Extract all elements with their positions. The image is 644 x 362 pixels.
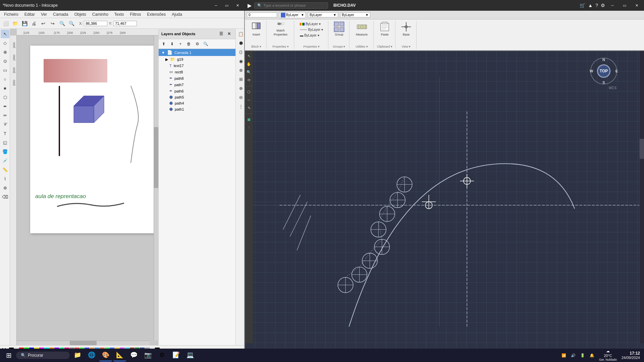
layers-menu-btn[interactable]: ☰ xyxy=(217,30,225,38)
ac-restore-btn[interactable]: ▭ xyxy=(620,2,629,9)
undo-btn[interactable]: ↩ xyxy=(39,19,48,28)
layer-path1[interactable]: path1 xyxy=(167,106,235,112)
layer-path8[interactable]: ✒ path8 xyxy=(167,75,235,81)
taskbar-autocad-app[interactable]: 📐 xyxy=(113,349,126,361)
measure-tool[interactable]: 📏 xyxy=(1,165,9,174)
coord-x-input[interactable] xyxy=(84,21,107,26)
bylayer-lineweight-btn[interactable]: ▬ ByLayer ▾ xyxy=(298,33,325,38)
taskbar-vscode[interactable]: 💻 xyxy=(184,349,197,361)
text-tool[interactable]: T xyxy=(1,129,9,138)
layers-down-btn[interactable]: ⬇ xyxy=(168,40,176,48)
pen-tool[interactable]: ✒ xyxy=(1,102,9,111)
ac-settings-icon[interactable]: ⚙ xyxy=(601,3,605,8)
layers-close-btn[interactable]: ✕ xyxy=(225,30,233,38)
match-properties-btn[interactable]: Match Properties xyxy=(273,21,288,36)
inkscape-restore-btn[interactable]: ▭ xyxy=(222,2,231,9)
ac-help-icon[interactable]: ? xyxy=(595,3,598,8)
tray-volume[interactable]: 🔊 xyxy=(570,353,577,358)
menu-editar[interactable]: Editar xyxy=(22,11,38,17)
tray-notifications[interactable]: 🔔 xyxy=(588,353,596,358)
base-btn[interactable]: Base xyxy=(399,21,414,36)
ac-color-btn[interactable]: ■ xyxy=(245,116,253,123)
start-button[interactable]: ⊞ xyxy=(3,349,15,361)
weather-widget[interactable]: ☁ 20°C Ger. Nublado xyxy=(598,348,618,362)
clock-display[interactable]: 17:12 24/09/2024 xyxy=(620,350,641,360)
eyedropper-tool[interactable]: 💉 xyxy=(1,156,9,165)
menu-camada[interactable]: Camada xyxy=(50,11,71,17)
3d-box-tool[interactable]: ⬡ xyxy=(1,93,9,102)
taskbar-inkscape-app[interactable]: 🎨 xyxy=(99,349,112,361)
ac-select-btn[interactable]: ↖ xyxy=(245,52,253,60)
open-btn[interactable]: 📁 xyxy=(11,19,19,28)
layer-path6[interactable]: ✒ path6 xyxy=(167,88,235,94)
menu-filtros[interactable]: Filtros xyxy=(127,11,144,17)
rt-xml-btn[interactable]: ⟨⟩ xyxy=(236,48,244,56)
rt-more-btn[interactable]: ⋮ xyxy=(236,102,244,111)
bylayer-color-btn[interactable]: ByLayer ▾ xyxy=(298,21,325,26)
spray-tool[interactable]: ⊛ xyxy=(1,183,9,192)
autocad-menu-icon[interactable]: ▶ xyxy=(248,2,252,9)
ac-pan-btn[interactable]: ✋ xyxy=(245,60,253,68)
menu-caminho[interactable]: Caminho xyxy=(90,11,111,17)
layer-dropdown-icon[interactable]: ▼ xyxy=(301,13,304,17)
rt-layers-btn[interactable]: ⬢ xyxy=(236,39,244,47)
taskbar-settings[interactable]: ⚙ xyxy=(156,349,168,361)
layers-up-btn[interactable]: ⬆ xyxy=(160,40,167,48)
eraser-tool[interactable]: ⌫ xyxy=(1,192,9,201)
layer-path7[interactable]: ✒ path7 xyxy=(167,81,235,88)
rt-align-btn[interactable]: ⊞ xyxy=(236,75,244,83)
tray-wifi[interactable]: 📶 xyxy=(560,353,568,358)
ac-dimension-btn[interactable]: ↔ xyxy=(245,96,253,104)
paste-btn[interactable]: Paste xyxy=(377,21,392,36)
fill-tool[interactable]: 🪣 xyxy=(1,147,9,156)
inkscape-canvas[interactable]: |125 |150 |175 |200 |225 |250 |275 |300 … xyxy=(10,29,158,345)
ac-delta-icon[interactable]: ▲ xyxy=(588,3,593,8)
rt-fill-btn[interactable]: ◉ xyxy=(236,57,244,65)
linetype-combo[interactable]: ByLayer ▼ xyxy=(340,12,370,17)
color-dropdown-icon[interactable]: ▼ xyxy=(333,13,336,17)
menu-texto[interactable]: Texto xyxy=(112,11,127,17)
measure-btn[interactable]: Measure xyxy=(355,21,369,36)
tray-battery[interactable]: 🔋 xyxy=(579,353,586,358)
ac-orbit-btn[interactable]: ⟳ xyxy=(245,76,253,84)
autocad-drawing-area[interactable]: ↖ ✋ 🔍 ⟳ ⬡ ↔ ✎ ■ ⋮ N S E W xyxy=(245,51,644,353)
rt-zoom-out-btn[interactable]: ⊖ xyxy=(236,93,244,102)
ac-more-btn[interactable]: ⋮ xyxy=(245,124,253,131)
taskbar-file-explorer[interactable]: 📁 xyxy=(71,349,84,361)
group-btn[interactable]: Group xyxy=(332,21,346,36)
taskbar-whatsapp[interactable]: 💬 xyxy=(127,349,140,361)
calligraphy-tool[interactable]: 𝒞 xyxy=(1,120,9,129)
ac-zoom-btn[interactable]: 🔍 xyxy=(245,68,253,76)
gradient-rectangle[interactable] xyxy=(44,59,107,82)
ac-vertical-scrollbar[interactable] xyxy=(639,51,644,343)
ac-annotation-btn[interactable]: ✎ xyxy=(245,104,253,112)
taskbar-browser[interactable]: 🌐 xyxy=(85,349,98,361)
layer-text17[interactable]: T text17 xyxy=(167,63,235,69)
node-tool[interactable]: ◇ xyxy=(1,39,9,47)
new-btn[interactable]: ⬜ xyxy=(1,19,10,28)
ac-wire-btn[interactable]: ⬡ xyxy=(245,88,253,96)
ac-minimize-btn[interactable]: ─ xyxy=(608,2,617,9)
insert-btn[interactable]: Insert xyxy=(249,21,264,36)
menu-objeto[interactable]: Objeto xyxy=(71,11,89,17)
linetype-dropdown-icon[interactable]: ▼ xyxy=(365,13,369,17)
ac-close-btn[interactable]: ✕ xyxy=(632,2,641,9)
ac-vscroll-thumb[interactable] xyxy=(640,139,644,159)
horizontal-scrollbar[interactable] xyxy=(17,341,150,345)
print-btn[interactable]: 🖨 xyxy=(30,19,38,28)
drawing-canvas[interactable]: aula de reprentacao xyxy=(30,46,154,233)
rect-tool[interactable]: ▭ xyxy=(1,66,9,74)
menu-ficheiro[interactable]: Ficheiro xyxy=(1,11,21,17)
layer-path5[interactable]: path5 xyxy=(167,94,235,100)
taskbar-photos[interactable]: 📷 xyxy=(142,349,154,361)
vertical-scrollbar[interactable] xyxy=(154,36,158,341)
save-btn[interactable]: 💾 xyxy=(20,19,29,28)
menu-extensoes[interactable]: Extensões xyxy=(144,11,168,17)
select-tool[interactable]: ↖ xyxy=(1,29,9,38)
zoom-out-btn[interactable]: 🔍 xyxy=(67,19,76,28)
inkscape-close-btn[interactable]: ✕ xyxy=(233,2,242,9)
layers-search-btn[interactable]: 🔍 xyxy=(202,40,209,48)
layer-camada1[interactable]: ▼ 📄 Camada 1 xyxy=(159,49,235,56)
menu-ver[interactable]: Ver xyxy=(38,11,50,17)
layer-path4[interactable]: path4 xyxy=(167,100,235,106)
